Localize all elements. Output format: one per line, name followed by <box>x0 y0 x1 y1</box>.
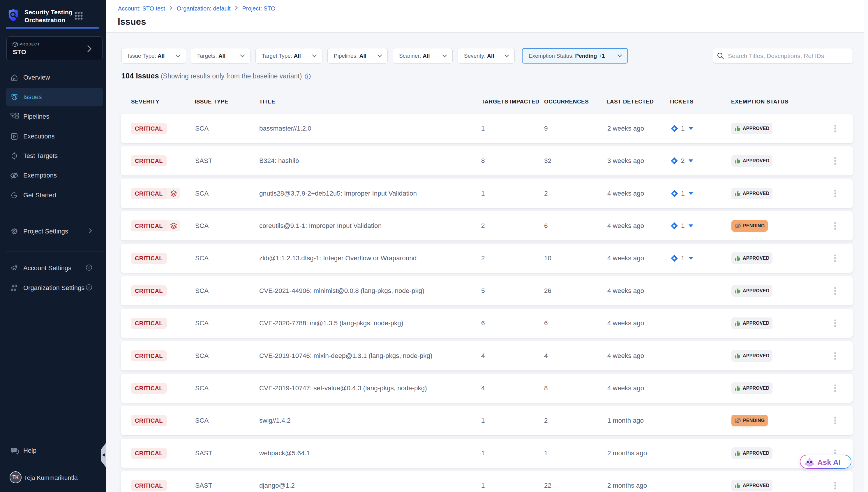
svg-text:?: ? <box>12 448 14 452</box>
